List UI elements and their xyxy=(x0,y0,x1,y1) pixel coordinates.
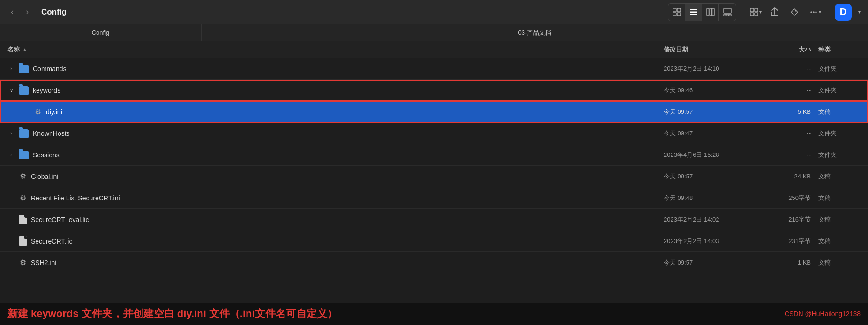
view-switcher xyxy=(668,3,736,21)
file-name-cell: SecureCRT_eval.lic xyxy=(7,215,664,224)
svg-rect-6 xyxy=(690,14,697,15)
file-list: › Commands 2023年2月2日 14:10 -- 文件夹 ∨ keyw… xyxy=(0,58,868,303)
file-type: 文稿 xyxy=(818,194,861,202)
expander-icon[interactable]: › xyxy=(7,65,15,73)
svg-rect-0 xyxy=(673,8,676,12)
svg-rect-7 xyxy=(707,8,709,16)
file-name-cell: ∨ keywords xyxy=(7,86,664,95)
svg-rect-2 xyxy=(673,13,676,16)
file-type: 文件夹 xyxy=(818,86,861,95)
column-type-header: 种类 xyxy=(818,45,861,54)
breadcrumb-bar: Config 03-产品文档 xyxy=(0,24,868,41)
view-grid-button[interactable] xyxy=(668,4,685,21)
file-type: 文稿 xyxy=(818,259,861,267)
file-row[interactable]: › KnownHosts 今天 09:47 -- 文件夹 xyxy=(0,123,868,144)
file-name: SecureCRT.lic xyxy=(31,237,72,245)
folder-icon xyxy=(19,65,29,73)
file-name: Global.ini xyxy=(31,173,58,180)
file-row[interactable]: SecureCRT.lic 2023年2月2日 14:03 231字节 文稿 xyxy=(0,230,868,252)
file-size: -- xyxy=(771,87,818,94)
breadcrumb-config[interactable]: Config xyxy=(0,24,202,41)
action-group-button[interactable]: ▾ xyxy=(746,4,763,21)
toolbar: ‹ › Config xyxy=(0,0,868,24)
file-name: Commands xyxy=(33,65,67,73)
expander-icon[interactable]: ∨ xyxy=(7,87,15,94)
file-name-cell: › Sessions xyxy=(7,151,664,159)
file-name: diy.ini xyxy=(46,108,62,116)
file-size: -- xyxy=(771,130,818,137)
annotation-text: 新建 keywords 文件夹，并创建空白 diy.ini 文件（.ini文件名… xyxy=(7,307,337,321)
file-row[interactable]: ⚙ Recent File List SecureCRT.ini 今天 09:4… xyxy=(0,187,868,209)
file-size: 250字节 xyxy=(771,194,818,202)
file-row[interactable]: ⚙ SSH2.ini 今天 09:57 1 KB 文稿 xyxy=(0,252,868,273)
file-name-cell: SecureCRT.lic xyxy=(7,236,664,246)
file-row[interactable]: ⚙ Global.ini 今天 09:57 24 KB 文稿 xyxy=(0,166,868,187)
forward-button[interactable]: › xyxy=(21,6,34,19)
grid-view-icon xyxy=(673,8,681,16)
expander-icon xyxy=(7,194,15,202)
file-date: 今天 09:57 xyxy=(664,108,771,116)
app-menu-button[interactable]: ▾ xyxy=(854,4,862,21)
file-size: -- xyxy=(771,65,818,72)
share-button[interactable] xyxy=(766,4,783,21)
svg-point-21 xyxy=(815,11,817,13)
bottom-bar: 新建 keywords 文件夹，并创建空白 diy.ini 文件（.ini文件名… xyxy=(0,303,868,325)
svg-point-19 xyxy=(810,11,812,13)
file-name-cell: › Commands xyxy=(7,65,664,73)
expander-icon[interactable]: › xyxy=(7,130,15,137)
columns-view-icon xyxy=(706,8,715,16)
expander-icon[interactable]: › xyxy=(7,151,15,159)
file-date: 2023年2月2日 14:03 xyxy=(664,237,771,245)
file-row[interactable]: SecureCRT_eval.lic 2023年2月2日 14:02 216字节… xyxy=(0,209,868,230)
expander-icon xyxy=(22,108,30,116)
view-list-button[interactable] xyxy=(685,4,702,21)
gear-icon: ⚙ xyxy=(34,108,42,116)
file-date: 今天 09:48 xyxy=(664,194,771,202)
file-row[interactable]: ∨ keywords 今天 09:46 -- 文件夹 xyxy=(0,80,868,101)
svg-rect-10 xyxy=(724,8,731,13)
action-group-icon xyxy=(750,8,758,16)
file-size: -- xyxy=(771,151,818,158)
file-name: Sessions xyxy=(33,151,60,159)
file-type: 文件夹 xyxy=(818,129,861,138)
folder-icon xyxy=(19,129,29,138)
column-name-header[interactable]: 名称 ▲ xyxy=(7,45,664,54)
file-name: SSH2.ini xyxy=(31,259,56,266)
file-size: 5 KB xyxy=(771,108,818,115)
svg-rect-15 xyxy=(755,8,758,12)
expander-icon xyxy=(7,259,15,266)
svg-rect-9 xyxy=(712,8,714,16)
file-row[interactable]: › Sessions 2023年4月6日 15:28 -- 文件夹 xyxy=(0,144,868,166)
file-size: 24 KB xyxy=(771,173,818,180)
app-icon: D xyxy=(835,4,852,21)
tag-button[interactable] xyxy=(786,4,803,21)
file-size: 1 KB xyxy=(771,259,818,266)
file-name-cell: ⚙ Recent File List SecureCRT.ini xyxy=(7,194,664,202)
file-name-cell: ⚙ diy.ini xyxy=(7,108,664,116)
view-gallery-button[interactable] xyxy=(719,4,736,21)
file-row[interactable]: › Commands 2023年2月2日 14:10 -- 文件夹 xyxy=(0,58,868,80)
file-date: 今天 09:46 xyxy=(664,86,771,95)
file-size: 231字节 xyxy=(771,237,818,245)
file-date: 今天 09:57 xyxy=(664,259,771,267)
breadcrumb-products[interactable]: 03-产品文档 xyxy=(202,24,868,41)
file-row[interactable]: ⚙ diy.ini 今天 09:57 5 KB 文稿 xyxy=(0,101,868,123)
nav-buttons: ‹ › xyxy=(6,6,34,19)
svg-rect-13 xyxy=(729,14,732,16)
view-columns-button[interactable] xyxy=(702,4,719,21)
svg-point-18 xyxy=(795,10,797,11)
more-button[interactable]: ▾ xyxy=(806,4,823,21)
folder-icon xyxy=(19,86,29,95)
svg-rect-14 xyxy=(750,8,754,12)
back-button[interactable]: ‹ xyxy=(6,6,19,19)
folder-icon xyxy=(19,151,29,159)
file-name: keywords xyxy=(33,87,60,94)
window-title: Config xyxy=(41,7,67,17)
csdn-label: CSDN @HuHailong12138 xyxy=(785,310,861,318)
sort-icon: ▲ xyxy=(22,47,27,52)
file-date: 2023年2月2日 14:10 xyxy=(664,65,771,73)
svg-rect-4 xyxy=(690,9,697,10)
expander-icon xyxy=(7,216,15,223)
file-type: 文稿 xyxy=(818,237,861,245)
gear-icon: ⚙ xyxy=(19,194,27,202)
